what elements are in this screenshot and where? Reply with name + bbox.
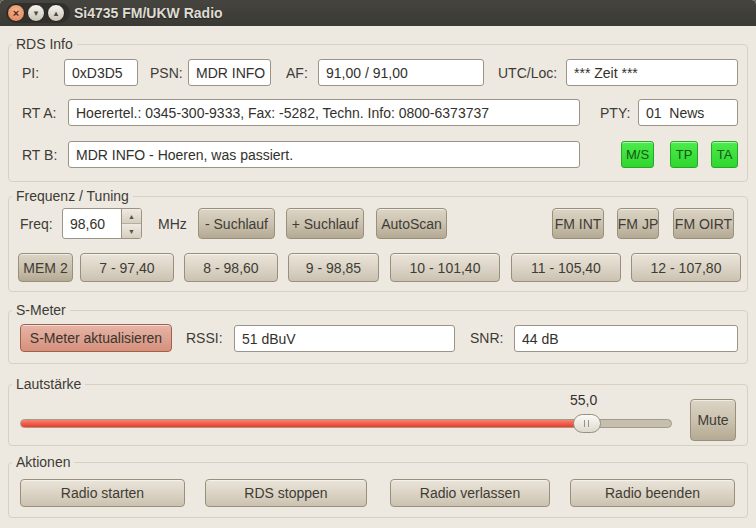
memory-button-12[interactable]: 12 - 107,80 <box>631 253 741 282</box>
memory-button-10[interactable]: 10 - 101,40 <box>390 253 500 282</box>
psn-field[interactable]: MDR INFO <box>188 59 271 86</box>
rtb-field[interactable]: MDR INFO - Hoeren, was passiert. <box>68 141 580 168</box>
volume-frame <box>8 384 748 446</box>
spin-down-icon[interactable]: ▼ <box>122 224 141 238</box>
rssi-label: RSSI: <box>186 324 223 352</box>
radio-quit-button[interactable]: Radio beenden <box>570 479 735 507</box>
pi-label: PI: <box>22 59 39 86</box>
band-fm-oirt-button[interactable]: FM OIRT <box>673 208 734 239</box>
rds-stop-button[interactable]: RDS stoppen <box>205 479 367 507</box>
freq-spinbox[interactable]: 98,60 ▲ ▼ <box>62 208 142 239</box>
volume-slider[interactable] <box>20 419 672 428</box>
pty-label: PTY: <box>600 99 630 126</box>
ms-flag-button[interactable]: M/S <box>621 141 654 168</box>
band-fm-jp-button[interactable]: FM JP <box>617 208 659 239</box>
smeter-refresh-button[interactable]: S-Meter aktualisieren <box>20 324 172 352</box>
rtb-label: RT B: <box>22 141 57 168</box>
autoscan-button[interactable]: AutoScan <box>376 208 447 239</box>
volume-frame-label: Lautstärke <box>12 377 85 392</box>
ta-flag-button[interactable]: TA <box>711 141 738 168</box>
freq-label: Freq: <box>20 208 53 239</box>
app-window: × ▾ ▴ Si4735 FM/UKW Radio RDS Info PI: 0… <box>0 0 756 528</box>
actions-frame-label: Aktionen <box>12 455 74 470</box>
radio-leave-button[interactable]: Radio verlassen <box>390 479 550 507</box>
titlebar: × ▾ ▴ Si4735 FM/UKW Radio <box>0 0 756 26</box>
radio-start-button[interactable]: Radio starten <box>20 479 185 507</box>
memory-button-11[interactable]: 11 - 105,40 <box>511 253 621 282</box>
seek-up-button[interactable]: + Suchlauf <box>286 208 364 239</box>
utc-label: UTC/Loc: <box>498 59 557 86</box>
memory-button-7[interactable]: 7 - 97,40 <box>80 253 174 282</box>
rssi-field[interactable]: 51 dBuV <box>234 325 455 352</box>
psn-label: PSN: <box>150 59 183 86</box>
volume-value: 55,0 <box>570 392 597 408</box>
pi-field[interactable]: 0xD3D5 <box>64 59 138 86</box>
snr-field[interactable]: 44 dB <box>514 325 738 352</box>
maximize-icon[interactable]: ▴ <box>47 4 65 22</box>
spin-up-icon[interactable]: ▲ <box>122 209 141 224</box>
rta-field[interactable]: Hoerertel.: 0345-300-9333, Fax: -5282, T… <box>68 99 580 126</box>
memory-button-8[interactable]: 8 - 98,60 <box>184 253 278 282</box>
af-label: AF: <box>286 59 308 86</box>
smeter-frame-label: S-Meter <box>12 303 70 318</box>
freq-value[interactable]: 98,60 <box>63 209 121 238</box>
rta-label: RT A: <box>22 99 57 126</box>
rds-frame-label: RDS Info <box>12 37 77 52</box>
tp-flag-button[interactable]: TP <box>670 141 698 168</box>
seek-down-button[interactable]: - Suchlauf <box>198 208 275 239</box>
mute-button[interactable]: Mute <box>690 399 736 441</box>
volume-slider-fill <box>21 420 587 427</box>
af-field[interactable]: 91,00 / 91,00 <box>318 59 484 86</box>
mhz-label: MHz <box>158 208 187 239</box>
close-icon[interactable]: × <box>7 4 25 22</box>
memory-button-mem2[interactable]: MEM 2 <box>18 253 73 282</box>
utc-field[interactable]: *** Zeit *** <box>566 59 738 86</box>
pty-field[interactable]: 01 News <box>638 99 738 126</box>
slider-grip-icon <box>584 420 589 427</box>
window-controls: × ▾ ▴ <box>6 3 70 23</box>
snr-label: SNR: <box>470 324 503 352</box>
volume-slider-handle[interactable] <box>573 414 601 433</box>
tuning-frame-label: Frequenz / Tuning <box>12 189 133 204</box>
window-title: Si4735 FM/UKW Radio <box>74 0 223 26</box>
band-fm-int-button[interactable]: FM INT <box>552 208 604 239</box>
freq-spin-arrows: ▲ ▼ <box>121 209 141 238</box>
minimize-icon[interactable]: ▾ <box>27 4 45 22</box>
memory-button-9[interactable]: 9 - 98,85 <box>288 253 379 282</box>
